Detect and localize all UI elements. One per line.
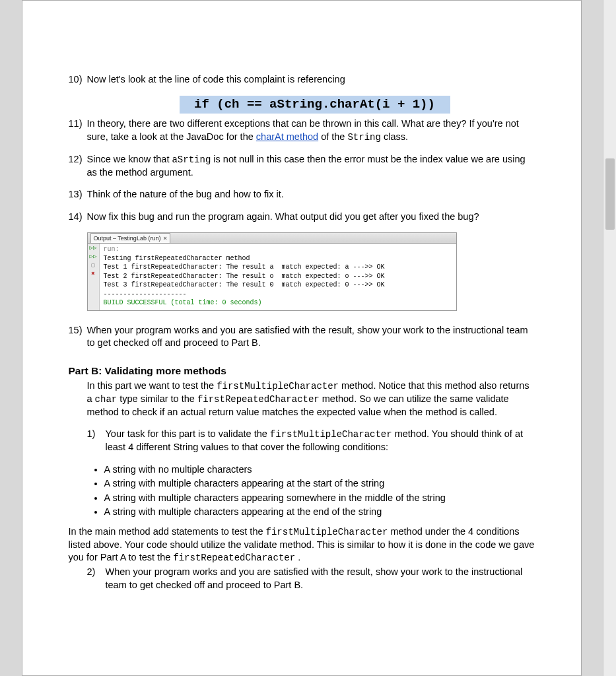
- highlighted-code-line: if (ch == aString.charAt(i + 1)): [180, 96, 450, 114]
- run-icon[interactable]: ▷▷: [89, 245, 97, 252]
- partb-task-2: 2) When your program works and you are s…: [87, 566, 535, 592]
- code-astring: aSrting: [172, 154, 211, 165]
- console-line-run: run:: [104, 246, 120, 253]
- list-item-14: 14) Now fix this bug and run the program…: [69, 211, 535, 224]
- code-firstrepeated: firstRepeatedCharacter: [173, 553, 295, 563]
- list-item: A string with multiple characters appear…: [104, 477, 535, 490]
- item-number: 13): [69, 188, 87, 201]
- document-page: 10) Now let's look at the line of code t…: [22, 0, 582, 676]
- console-line-dash: ---------------------: [104, 290, 187, 298]
- list-item-10: 10) Now let's look at the line of code t…: [69, 73, 535, 86]
- item-body: Since we know that aSrting is not null i…: [87, 153, 535, 179]
- text: Your task for this part is to validate t…: [106, 428, 270, 439]
- text: .: [298, 552, 300, 562]
- list-item: A string with multiple characters appear…: [104, 506, 535, 519]
- partb-task-1: 1) Your task for this part is to validat…: [87, 428, 535, 454]
- output-gutter: ▷▷ ▷▷ ▢ ✖: [88, 244, 100, 310]
- part-b-heading: Part B: Validating more methods: [69, 364, 535, 378]
- item-body: Now fix this bug and run the program aga…: [87, 211, 535, 224]
- item-number: 15): [69, 324, 87, 350]
- clear-icon[interactable]: ✖: [89, 271, 97, 277]
- item-number: 11): [69, 118, 87, 143]
- scrollbar-thumb[interactable]: [605, 158, 615, 230]
- item-number: 12): [69, 153, 87, 179]
- console-line: Test 2 firstRepeatedCharacter: The resul…: [104, 273, 385, 280]
- list-item: A string with multiple characters appear…: [104, 492, 535, 505]
- console-line-build: BUILD SUCCESSFUL (total time: 0 seconds): [104, 299, 262, 306]
- code-firstmultiple: firstMultipleCharacter: [270, 429, 392, 440]
- item-body: When your program works and you are sati…: [106, 566, 535, 592]
- viewport: 10) Now let's look at the line of code t…: [0, 0, 616, 676]
- output-panel: Output – TestingLab (run) × ▷▷ ▷▷ ▢ ✖ ru…: [87, 232, 457, 311]
- vertical-scrollbar[interactable]: [603, 0, 616, 676]
- charat-method-link[interactable]: charAt method: [256, 131, 318, 142]
- list-item: A string with no multiple characters: [104, 463, 535, 477]
- list-item-11: 11) In theory, there are two different e…: [69, 118, 535, 143]
- rerun-icon[interactable]: ▷▷: [89, 254, 97, 260]
- item-body: When your program works and you are sati…: [87, 324, 535, 350]
- document-area: 10) Now let's look at the line of code t…: [0, 0, 603, 676]
- item-number: 2): [87, 566, 106, 592]
- text: of the: [321, 131, 347, 142]
- conditions-list: A string with no multiple characters A s…: [104, 463, 535, 519]
- console-output: run: Testing firstRepeatedCharacter meth…: [100, 244, 456, 310]
- output-tab[interactable]: Output – TestingLab (run) ×: [90, 233, 170, 243]
- code-firstmultiple: firstMultipleCharacter: [217, 381, 339, 391]
- output-tab-title: Output – TestingLab (run): [94, 234, 161, 242]
- code-string-class: String: [347, 132, 380, 143]
- item-number: 14): [69, 211, 87, 224]
- item-body: In theory, there are two different excep…: [87, 118, 535, 143]
- text: class.: [384, 131, 408, 142]
- item-number: 10): [69, 73, 87, 86]
- item-body: Now let's look at the line of code this …: [87, 73, 535, 86]
- list-item-13: 13) Think of the nature of the bug and h…: [69, 188, 535, 201]
- close-icon[interactable]: ×: [163, 234, 166, 242]
- text: In the main method add statements to tes…: [69, 526, 266, 537]
- code-firstmultiple: firstMultipleCharacter: [266, 527, 388, 537]
- partb-instruction: In the main method add statements to tes…: [69, 525, 535, 564]
- stop-icon[interactable]: ▢: [89, 262, 97, 269]
- text: type similar to the: [120, 393, 197, 404]
- console-line: Test 1 firstRepeatedCharacter: The resul…: [104, 263, 385, 271]
- console-line: Testing firstRepeatedCharacter method: [104, 255, 250, 262]
- text: In this part we want to test the: [87, 380, 217, 391]
- item-body: Your task for this part is to validate t…: [106, 428, 535, 454]
- part-b-intro: In this part we want to test the firstMu…: [87, 380, 535, 419]
- list-item-12: 12) Since we know that aSrting is not nu…: [69, 153, 535, 179]
- code-char: char: [95, 394, 118, 405]
- list-item-15: 15) When your program works and you are …: [69, 324, 535, 350]
- item-body: Think of the nature of the bug and how t…: [87, 188, 535, 201]
- console-line: Test 3 firstRepeatedCharacter: The resul…: [104, 281, 385, 288]
- text: Since we know that: [87, 154, 172, 164]
- output-tabbar: Output – TestingLab (run) ×: [88, 233, 456, 244]
- item-number: 1): [87, 428, 106, 454]
- output-body: ▷▷ ▷▷ ▢ ✖ run: Testing firstRepeatedChar…: [88, 244, 456, 310]
- code-firstrepeated: firstRepeatedCharacter: [197, 394, 320, 405]
